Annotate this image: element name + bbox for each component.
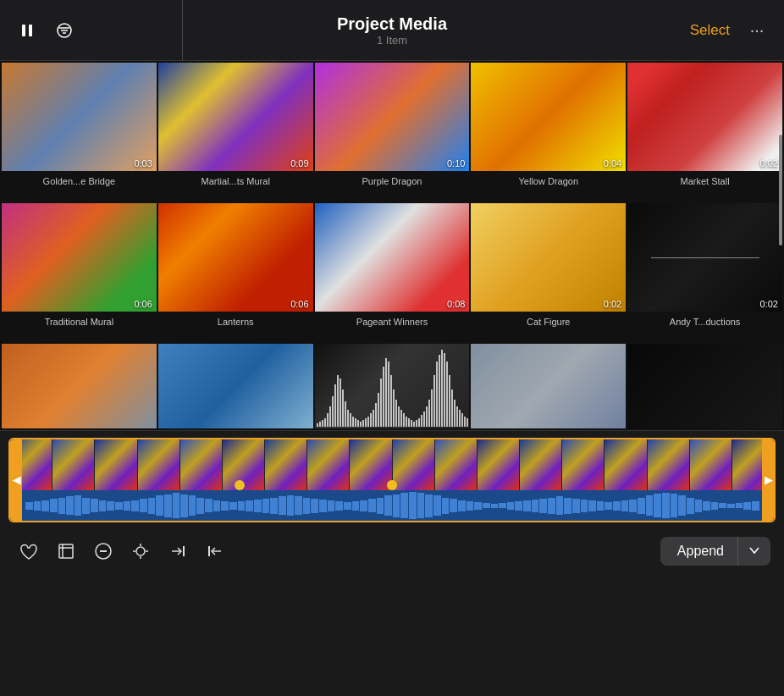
bottom-toolbar: Append	[0, 529, 784, 573]
svg-point-11	[136, 547, 145, 555]
duration-pageant-winners: 0:08	[447, 299, 465, 309]
media-item-purple-dragon[interactable]: 0:10	[315, 63, 470, 171]
grid-row-2: 0:06 0:06 0:08 0:02	[2, 203, 782, 327]
append-button[interactable]: Append	[660, 537, 741, 566]
media-item-andy[interactable]: 0:02	[627, 203, 782, 312]
header-center: Project Media 1 Item	[337, 14, 447, 47]
label-traditional-mural: Traditional Mural	[2, 314, 157, 327]
media-item-cat-figure[interactable]: 0:02	[471, 203, 626, 312]
media-item-martial-mural[interactable]: 0:09	[158, 63, 313, 171]
header: Project Media 1 Item Select ···	[0, 0, 784, 61]
header-subtitle: 1 Item	[337, 34, 447, 47]
timeline-handle-right[interactable]: ▶	[762, 439, 774, 521]
pause-button[interactable]	[14, 17, 41, 44]
thumbs-row-2: 0:06 0:06 0:08 0:02	[2, 203, 782, 312]
audio-waveform	[22, 490, 762, 521]
duration-golden-bridge: 0:03	[134, 158, 152, 168]
duration-lanterns: 0:06	[290, 299, 308, 309]
label-golden-bridge: Golden...e Bridge	[2, 174, 157, 186]
select-button[interactable]: Select	[690, 22, 730, 39]
remove-button[interactable]	[88, 536, 119, 566]
thumbs-row-3	[2, 344, 782, 429]
media-item-golden-bridge[interactable]: 0:03	[2, 63, 157, 171]
duration-traditional-mural: 0:06	[134, 299, 152, 309]
trim-end-button[interactable]	[163, 536, 193, 566]
media-item-bridge2[interactable]	[2, 344, 157, 429]
append-dropdown-button[interactable]	[737, 537, 770, 566]
label-cat-figure: Cat Figure	[471, 314, 626, 327]
header-left	[14, 17, 78, 44]
media-item-yellow-dragon[interactable]: 0:04	[471, 63, 626, 171]
media-item-lanterns[interactable]: 0:06	[158, 203, 313, 312]
duration-market-stall: 0:02	[760, 158, 778, 168]
favorite-button[interactable]	[14, 536, 44, 566]
duration-purple-dragon: 0:10	[447, 158, 465, 168]
scroll-indicator	[779, 135, 782, 246]
label-purple-dragon: Purple Dragon	[315, 174, 470, 186]
dot-marker-1	[235, 480, 245, 490]
filter-button[interactable]	[51, 17, 78, 44]
duration-martial-mural: 0:09	[290, 158, 308, 168]
duration-cat-figure: 0:02	[604, 299, 621, 309]
media-item-aerial[interactable]	[158, 344, 313, 429]
label-andy: Andy T...ductions	[627, 314, 782, 327]
duration-andy: 0:02	[760, 299, 778, 309]
media-item-pageant-winners[interactable]: 0:08	[315, 203, 470, 312]
media-item-city[interactable]	[471, 344, 626, 429]
timeline-handle-left[interactable]: ◀	[10, 439, 22, 521]
dot-marker-2	[387, 480, 397, 490]
timeline-strip: ◀ ▶	[8, 438, 776, 522]
thumbs-row-1: 0:03 0:09 0:10 0:04	[2, 63, 782, 171]
duration-yellow-dragon: 0:04	[604, 158, 621, 168]
label-market-stall: Market Stall	[627, 174, 782, 186]
more-button[interactable]: ···	[743, 17, 770, 44]
svg-rect-1	[29, 25, 32, 36]
label-lanterns: Lanterns	[158, 314, 313, 327]
media-grid: 0:03 0:09 0:10 0:04	[0, 61, 784, 430]
keyframe-button[interactable]	[125, 536, 156, 566]
media-item-market-stall[interactable]: 0:02	[627, 63, 782, 171]
grid-row-3	[2, 344, 782, 429]
media-item-wave[interactable]	[315, 344, 470, 429]
append-group: Append	[660, 537, 770, 566]
trim-start-button[interactable]	[200, 536, 230, 566]
grid-row-1: 0:03 0:09 0:10 0:04	[2, 63, 782, 186]
media-item-dark[interactable]	[627, 344, 782, 429]
label-yellow-dragon: Yellow Dragon	[471, 174, 626, 186]
header-right: Select ···	[690, 17, 770, 44]
media-item-traditional-mural[interactable]: 0:06	[2, 203, 157, 312]
label-pageant-winners: Pageant Winners	[315, 314, 470, 327]
label-martial-mural: Martial...ts Mural	[158, 174, 313, 186]
labels-row-1: Golden...e Bridge Martial...ts Mural Pur…	[2, 174, 782, 186]
svg-rect-6	[59, 544, 73, 558]
crop-button[interactable]	[51, 536, 81, 566]
timeline-area: ◀ ▶	[0, 430, 784, 529]
svg-rect-0	[22, 25, 25, 36]
labels-row-2: Traditional Mural Lanterns Pageant Winne…	[2, 314, 782, 327]
header-title: Project Media	[337, 14, 447, 34]
